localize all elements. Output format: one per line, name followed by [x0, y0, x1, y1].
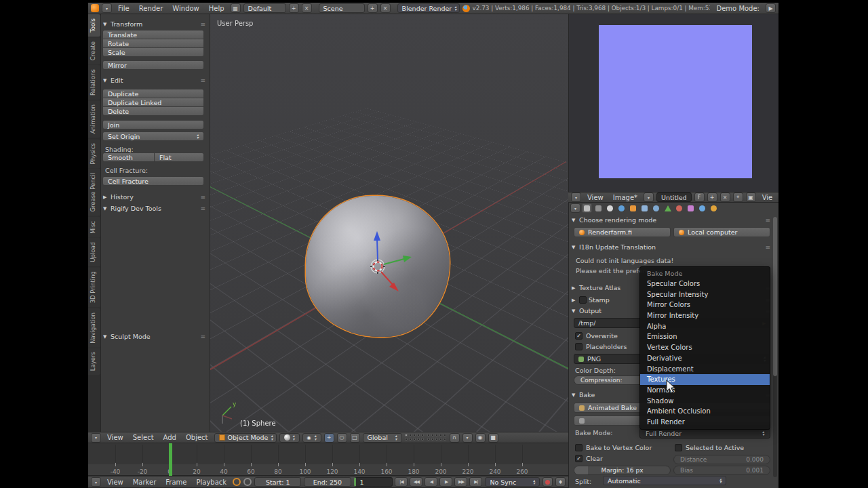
renderfarm-button[interactable]: Renderfarm.fi [574, 227, 671, 237]
tool-shelf-tab[interactable]: Misc [88, 217, 100, 238]
current-frame-field[interactable]: 1 [354, 477, 393, 487]
bake-mode-menu-item[interactable]: Shadow [640, 396, 770, 407]
properties-scrollbar[interactable] [773, 217, 777, 477]
translate-button[interactable]: Translate [102, 30, 204, 39]
layer-dot[interactable] [413, 434, 416, 436]
manipulator-scale-icon[interactable]: □ [350, 433, 360, 443]
scene-name[interactable]: Scene [319, 3, 365, 13]
tab-data-icon[interactable] [663, 203, 673, 213]
stamp-checkbox[interactable] [579, 296, 587, 304]
demo-play-icon[interactable]: ▶ [766, 3, 776, 13]
opengl-render-anim-icon[interactable]: ■ [488, 433, 498, 443]
layer-dot[interactable] [417, 438, 420, 441]
placeholders-checkbox[interactable]: Placeholders [575, 343, 627, 350]
manipulator-translate-icon[interactable]: + [324, 433, 334, 443]
layers-grid[interactable] [405, 434, 425, 441]
panel-header-edit[interactable]: ▼Edit≡ [103, 76, 208, 85]
rotate-button[interactable]: Rotate [102, 39, 204, 48]
tab-render-layers-icon[interactable] [593, 203, 604, 213]
menu-window[interactable]: Window [169, 5, 202, 12]
bake-mode-menu-item[interactable]: Mirror Colors [640, 300, 770, 310]
delete-button[interactable]: Delete [102, 106, 204, 116]
shade-flat-button[interactable]: Flat [154, 152, 204, 162]
bake-mode-menu-item[interactable]: Emission [640, 331, 770, 342]
layer-dot[interactable] [413, 438, 416, 441]
join-button[interactable]: Join [102, 120, 204, 129]
tool-shelf-tab[interactable]: Navigation [88, 308, 100, 348]
keying-set-icon[interactable]: ♦ [555, 477, 566, 487]
layer-dot[interactable] [435, 434, 438, 436]
pivot-point-select[interactable]: ◉ ▴▾ [302, 433, 321, 443]
bake-to-vertex-checkbox[interactable]: Bake to Vertex Color [575, 444, 652, 451]
layer-dot[interactable] [405, 434, 408, 436]
blender-app-icon[interactable] [91, 4, 99, 12]
viewport-shading-select[interactable]: ▴▾ [279, 433, 300, 443]
panel-header-rendering-mode[interactable]: ▼Choose rendering mode≡ [572, 216, 772, 224]
layer-dot[interactable] [421, 434, 424, 436]
timeline-ruler[interactable]: -40-200204060801001201401601802002202402… [88, 443, 568, 476]
tool-shelf-tab[interactable]: Animation [88, 100, 100, 138]
tool-shelf-tab[interactable]: 3D Printing [88, 267, 100, 307]
viewport-editor-type-icon[interactable]: ▾ [91, 433, 101, 443]
end-frame-field[interactable]: End: 250 [304, 477, 351, 487]
expand-icon[interactable]: ▼ [103, 22, 108, 27]
panel-header-rigify[interactable]: ▼Rigify Dev Tools≡ [103, 204, 208, 213]
timeline-menu-view[interactable]: View [104, 479, 127, 486]
layer-dot[interactable] [421, 438, 424, 441]
timeline-menu-marker[interactable]: Marker [130, 479, 160, 486]
snap-element-icon[interactable]: ▾ [462, 433, 473, 443]
expand-icon[interactable]: ▼ [103, 334, 108, 340]
scrollbar-thumb[interactable] [773, 217, 777, 376]
expand-icon[interactable]: ▼ [572, 245, 577, 250]
mode-select[interactable]: Object Mode ▴▾ [214, 433, 277, 443]
tab-material-icon[interactable] [674, 203, 684, 213]
layer-dot[interactable] [409, 438, 412, 441]
add-scene-icon[interactable]: + [368, 3, 378, 13]
bake-mode-menu-item[interactable]: Displacement [640, 364, 770, 375]
sync-mode-select[interactable]: No Sync ▴▾ [485, 477, 540, 487]
preview-range-toggle-icon[interactable] [233, 478, 241, 486]
layer-dot[interactable] [439, 434, 442, 436]
layer-dot[interactable] [435, 438, 438, 441]
delete-screen-layout-icon[interactable]: × [302, 3, 312, 13]
collapse-icon[interactable]: ▶ [572, 298, 577, 303]
bake-mode-menu-item[interactable]: Vertex Colors [640, 342, 770, 353]
shade-smooth-button[interactable]: Smooth [102, 152, 155, 162]
timeline-menu-playback[interactable]: Playback [193, 479, 230, 486]
new-image-icon[interactable]: + [707, 192, 717, 202]
transform-orientation-select[interactable]: Global ▴▾ [363, 433, 402, 443]
drag-grip-icon[interactable]: ≡ [200, 77, 208, 84]
jump-to-end-icon[interactable]: ▶| [469, 477, 482, 487]
delete-scene-icon[interactable]: × [380, 3, 391, 13]
current-frame-indicator[interactable] [169, 443, 172, 476]
image-editor[interactable] [568, 14, 778, 192]
drag-grip-icon[interactable]: ≡ [200, 194, 208, 201]
layers-grid-2[interactable] [427, 434, 447, 441]
panel-header-sculpt-mode[interactable]: ▼Sculpt Mode≡ [103, 332, 208, 341]
layer-dot[interactable] [443, 438, 446, 441]
cell-fracture-button[interactable]: Cell Fracture [102, 176, 204, 186]
expand-icon[interactable]: ▼ [572, 308, 577, 314]
viewport-menu-object[interactable]: Object [182, 434, 212, 441]
start-frame-field[interactable]: Start: 1 [254, 477, 301, 487]
opengl-render-icon[interactable]: ◉ [475, 433, 486, 443]
mirror-button[interactable]: Mirror [102, 60, 204, 70]
image-paint-icon[interactable]: ▣ [746, 192, 756, 202]
editor-type-icon[interactable]: ▾ [102, 3, 112, 13]
viewport-menu-add[interactable]: Add [160, 434, 180, 441]
panel-header-transform[interactable]: ▼Transform≡ [103, 20, 208, 28]
drag-grip-icon[interactable]: ≡ [765, 217, 772, 224]
viewport-menu-select[interactable]: Select [130, 434, 157, 441]
timeline[interactable]: -40-200204060801001201401601802002202402… [88, 443, 568, 476]
prev-keyframe-icon[interactable]: ◀◀ [410, 477, 422, 487]
screen-layout-name[interactable]: Default [243, 3, 286, 13]
drag-grip-icon[interactable]: ≡ [200, 333, 208, 340]
bake-mode-menu-item[interactable]: Alpha [640, 321, 770, 332]
bake-mode-menu-item[interactable]: Mirror Intensity [640, 310, 770, 321]
auto-keyframe-record-icon[interactable] [542, 477, 553, 487]
layer-dot[interactable] [417, 434, 420, 436]
timeline-editor-type-icon[interactable]: ▾ [91, 477, 101, 487]
tab-world-icon[interactable] [616, 203, 627, 213]
bake-mode-menu-item[interactable]: Derivative [640, 353, 770, 364]
menu-render[interactable]: Render [136, 5, 167, 12]
